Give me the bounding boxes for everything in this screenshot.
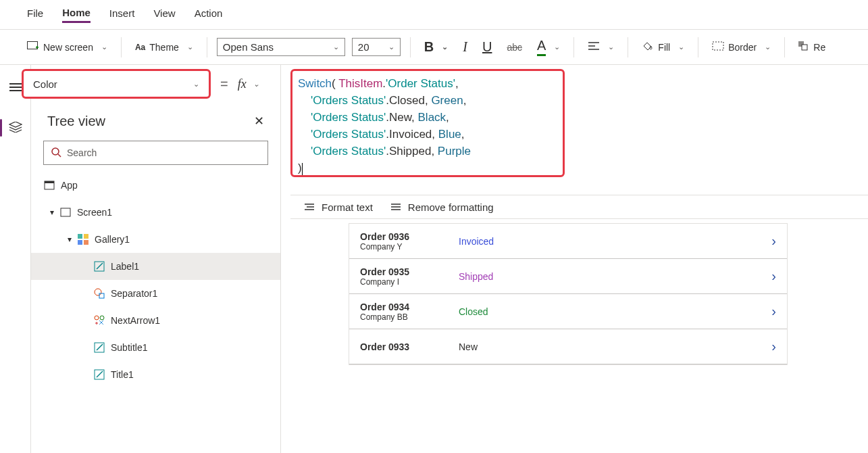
search-placeholder: Search xyxy=(67,147,97,158)
theme-button[interactable]: Aa Theme ⌄ xyxy=(131,39,197,55)
menu-home[interactable]: Home xyxy=(62,7,91,23)
align-button[interactable]: ⌄ xyxy=(584,39,618,55)
property-name: Color xyxy=(33,78,57,90)
search-icon xyxy=(51,147,61,160)
fill-label: Fill xyxy=(658,42,670,53)
menu-action[interactable]: Action xyxy=(195,7,223,22)
chevron-down-icon: ⌄ xyxy=(193,80,199,89)
svg-rect-1 xyxy=(713,42,723,50)
border-label: Border xyxy=(728,42,757,53)
tree-node-app[interactable]: App xyxy=(31,172,280,199)
format-text-button[interactable]: Format text xyxy=(304,201,373,213)
italic-button[interactable]: I xyxy=(459,37,471,57)
remove-formatting-button[interactable]: Remove formatting xyxy=(390,201,494,213)
tree-node-subtitle1[interactable]: Subtitle1 xyxy=(31,334,280,361)
chevron-right-icon[interactable]: › xyxy=(771,268,776,284)
separator xyxy=(628,37,628,57)
svg-rect-6 xyxy=(45,181,54,183)
tree-node-gallery1[interactable]: Gallery1 xyxy=(31,226,280,253)
caret-icon[interactable] xyxy=(50,208,54,217)
strikethrough-button[interactable]: abc xyxy=(503,39,526,55)
tree-node-title1[interactable]: Title1 xyxy=(31,361,280,388)
label-icon xyxy=(93,260,105,272)
menu-file[interactable]: File xyxy=(27,7,43,22)
svg-rect-8 xyxy=(78,234,82,239)
next-icon xyxy=(93,314,105,327)
equals-label: = xyxy=(220,76,228,92)
left-rail xyxy=(0,65,31,453)
app-preview: Order 0936Company YInvoiced›Order 0935Co… xyxy=(349,223,788,365)
caret-icon[interactable] xyxy=(68,235,72,244)
tree-search-input[interactable]: Search xyxy=(43,141,268,165)
tree-title: Tree view xyxy=(47,114,105,129)
order-row[interactable]: Order 0934Company BBClosed› xyxy=(349,294,787,329)
theme-label: Theme xyxy=(149,42,179,53)
format-text-label: Format text xyxy=(322,201,373,213)
new-screen-button[interactable]: New screen ⌄ xyxy=(23,39,111,55)
tree-node-nextarrow1[interactable]: NextArrow1 xyxy=(31,307,280,334)
svg-rect-0 xyxy=(28,42,38,49)
tree-node-label: App xyxy=(61,180,78,191)
layers-icon xyxy=(9,122,22,135)
order-row[interactable]: Order 0936Company YInvoiced› xyxy=(349,224,787,259)
align-icon xyxy=(588,41,600,53)
label-icon xyxy=(93,341,105,354)
tree-node-label: Subtitle1 xyxy=(111,342,147,353)
underline-button[interactable]: U xyxy=(478,37,496,57)
formula-bar[interactable]: Switch( ThisItem.'Order Status', 'Orders… xyxy=(290,69,565,177)
order-subtitle: Company I xyxy=(360,277,455,287)
order-status: New xyxy=(455,341,771,352)
font-size-value: 20 xyxy=(358,41,369,53)
svg-point-4 xyxy=(52,148,59,155)
order-row[interactable]: Order 0933New› xyxy=(349,329,787,364)
new-screen-label: New screen xyxy=(43,42,93,53)
menu-view[interactable]: View xyxy=(153,7,175,22)
new-screen-icon xyxy=(27,41,39,53)
fill-button[interactable]: Fill⌄ xyxy=(638,38,688,56)
menu-insert[interactable]: Insert xyxy=(109,7,135,22)
label-icon xyxy=(93,368,105,381)
ribbon: New screen ⌄ Aa Theme ⌄ Open Sans ⌄ 20 ⌄… xyxy=(0,30,868,65)
canvas-area: Switch( ThisItem.'Order Status', 'Orders… xyxy=(281,65,868,453)
border-icon xyxy=(712,41,724,53)
chevron-right-icon[interactable]: › xyxy=(771,304,776,319)
format-icon xyxy=(304,201,315,213)
tree-panel: Color ⌄ = fx⌄ Tree view ✕ Search AppScre… xyxy=(31,65,281,453)
font-size-select[interactable]: 20 ⌄ xyxy=(352,38,401,56)
separator xyxy=(410,37,411,57)
reorder-button[interactable]: Re xyxy=(794,39,829,55)
order-row[interactable]: Order 0935Company IShipped› xyxy=(349,259,787,294)
separator xyxy=(698,37,698,57)
tree-node-label: Label1 xyxy=(111,261,139,272)
theme-icon: Aa xyxy=(135,43,145,52)
separator xyxy=(121,37,122,57)
app-icon xyxy=(43,179,55,191)
tree-node-label: NextArrow1 xyxy=(111,315,160,326)
font-color-button[interactable]: A⌄ xyxy=(533,35,564,59)
order-title: Order 0935 xyxy=(360,266,455,277)
svg-point-13 xyxy=(95,289,101,295)
tree-node-screen1[interactable]: Screen1 xyxy=(31,199,280,226)
chevron-right-icon[interactable]: › xyxy=(771,233,776,249)
fx-button[interactable]: fx⌄ xyxy=(238,77,259,91)
font-select[interactable]: Open Sans ⌄ xyxy=(217,38,345,56)
chevron-down-icon: ⌄ xyxy=(101,43,107,51)
formula-toolbar: Format text Remove formatting xyxy=(290,195,868,219)
order-subtitle: Company Y xyxy=(360,242,455,252)
tree-node-separator1[interactable]: Separator1 xyxy=(31,280,280,307)
order-status: Closed xyxy=(455,306,771,317)
tree-node-label1[interactable]: Label1 xyxy=(31,253,280,280)
bold-button[interactable]: B⌄ xyxy=(420,37,452,57)
svg-rect-10 xyxy=(78,240,82,245)
svg-point-16 xyxy=(100,316,104,320)
svg-rect-7 xyxy=(61,208,70,216)
chevron-right-icon[interactable]: › xyxy=(771,339,776,354)
order-title: Order 0936 xyxy=(360,231,455,242)
property-selector[interactable]: Color ⌄ xyxy=(22,69,211,99)
order-status: Shipped xyxy=(455,271,771,282)
rail-tree-view[interactable] xyxy=(4,116,27,139)
tree-list: AppScreen1Gallery1Label1Separator1NextAr… xyxy=(31,172,280,453)
close-tree-button[interactable]: ✕ xyxy=(254,114,264,128)
border-button[interactable]: Border⌄ xyxy=(708,39,775,55)
tree-node-label: Gallery1 xyxy=(95,234,130,245)
